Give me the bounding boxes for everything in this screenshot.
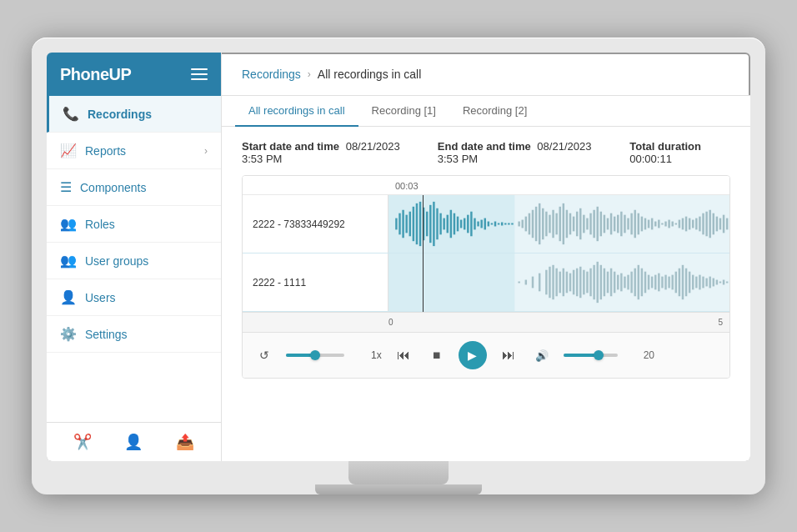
svg-rect-151	[709, 277, 710, 289]
svg-rect-21	[464, 218, 465, 230]
svg-rect-122	[610, 269, 612, 297]
svg-rect-57	[589, 213, 591, 235]
tab-all-recordings[interactable]: All recordings in call	[235, 96, 358, 127]
tracks-area: 2222 - 73833449292	[243, 195, 729, 312]
svg-rect-127	[627, 275, 629, 290]
svg-rect-123	[614, 272, 615, 294]
sidebar-nav: 📞 Recordings 📈 Reports ›	[47, 96, 221, 422]
forward-button[interactable]: ⏭	[497, 344, 520, 367]
svg-rect-95	[719, 218, 721, 230]
track-row-2: 2222 - 1111	[243, 253, 729, 312]
svg-rect-27	[484, 218, 486, 230]
svg-rect-55	[583, 215, 584, 233]
hamburger-icon[interactable]	[191, 68, 208, 80]
svg-rect-93	[713, 213, 714, 235]
svg-rect-100	[525, 280, 527, 285]
svg-rect-66	[620, 212, 622, 237]
svg-rect-69	[630, 213, 632, 235]
svg-rect-38	[525, 217, 527, 232]
svg-rect-31	[498, 223, 499, 225]
logout-icon[interactable]: 📤	[176, 433, 194, 451]
end-date-meta: End date and time 08/21/2023 3:53 PM	[438, 140, 604, 165]
sidebar-label-components: Components	[80, 181, 146, 194]
svg-rect-142	[679, 269, 680, 297]
main-content: Recordings › All recordings in call All …	[222, 53, 750, 461]
settings-icon: ⚙️	[60, 326, 77, 342]
svg-rect-107	[559, 272, 561, 294]
svg-rect-43	[542, 208, 544, 239]
svg-rect-110	[569, 274, 571, 292]
svg-rect-113	[579, 267, 581, 298]
svg-rect-101	[532, 277, 534, 289]
reports-icon: 📈	[60, 143, 77, 158]
playhead	[423, 195, 424, 312]
svg-rect-125	[620, 274, 622, 292]
monitor-screen: PhoneUP 📞 Recordings	[47, 53, 750, 461]
volume-button[interactable]: 🔊	[530, 344, 554, 367]
app-logo: PhoneUP	[60, 65, 131, 84]
svg-rect-144	[685, 269, 687, 297]
sidebar-item-roles[interactable]: 👥 Roles	[47, 206, 221, 243]
svg-rect-156	[726, 282, 728, 284]
stop-button[interactable]: ⏹	[425, 344, 449, 367]
tab-recording-1[interactable]: Recording [1]	[358, 96, 449, 127]
sidebar-item-reports[interactable]: 📈 Reports ›	[47, 133, 221, 169]
svg-rect-135	[654, 275, 656, 290]
svg-rect-150	[705, 279, 707, 287]
svg-rect-152	[713, 279, 714, 287]
svg-rect-75	[651, 218, 653, 230]
speed-slider[interactable]	[286, 354, 344, 357]
profile-icon[interactable]: 👤	[124, 433, 143, 451]
svg-rect-134	[651, 277, 653, 289]
svg-rect-139	[668, 277, 669, 289]
svg-rect-94	[716, 217, 718, 232]
duration-meta: Total duration 00:00:11	[629, 140, 730, 165]
sidebar-item-usergroups[interactable]: 👥 User groups	[47, 243, 221, 279]
track-waveform-2[interactable]	[388, 253, 729, 311]
svg-rect-132	[644, 272, 646, 294]
svg-rect-145	[689, 272, 690, 294]
sidebar-item-components[interactable]: ☰ Components	[47, 169, 221, 206]
svg-rect-82	[675, 223, 677, 225]
svg-rect-37	[522, 220, 524, 228]
sidebar-item-users[interactable]: 👤 Users	[47, 279, 221, 316]
play-button[interactable]: ▶	[459, 341, 487, 369]
svg-rect-29	[491, 223, 493, 225]
svg-rect-17	[450, 210, 452, 238]
speed-slider-wrap	[286, 354, 361, 357]
sidebar-bottom: ✂️ 👤 📤	[47, 422, 221, 461]
chevron-right-icon: ›	[204, 145, 208, 157]
svg-rect-35	[511, 223, 513, 225]
svg-rect-143	[682, 265, 684, 299]
svg-rect-62	[607, 218, 609, 230]
timeline-start: 0	[388, 318, 393, 327]
svg-rect-28	[488, 222, 489, 227]
svg-rect-92	[709, 210, 710, 238]
speed-reset-button[interactable]: ↺	[253, 344, 276, 367]
monitor-wrapper: PhoneUP 📞 Recordings	[32, 38, 765, 494]
svg-rect-106	[555, 269, 557, 297]
tools-icon[interactable]: ✂️	[73, 433, 92, 451]
tab-recording-2[interactable]: Recording [2]	[449, 96, 540, 127]
svg-rect-77	[658, 220, 659, 228]
svg-rect-47	[555, 213, 557, 235]
sidebar-item-settings[interactable]: ⚙️ Settings	[47, 316, 221, 353]
track-label-2: 2222 - 1111	[243, 253, 388, 311]
app-layout: PhoneUP 📞 Recordings	[47, 53, 750, 461]
sidebar-item-recordings[interactable]: 📞 Recordings	[47, 96, 221, 133]
svg-rect-16	[447, 215, 449, 233]
rewind-button[interactable]: ⏮	[392, 344, 415, 367]
svg-rect-108	[563, 269, 564, 297]
breadcrumb-parent[interactable]: Recordings	[242, 68, 301, 81]
volume-slider[interactable]	[564, 354, 618, 357]
track-waveform-1[interactable]	[388, 195, 729, 253]
svg-rect-49	[563, 203, 564, 244]
svg-rect-102	[539, 274, 540, 292]
svg-rect-79	[664, 222, 666, 227]
svg-rect-78	[661, 223, 663, 225]
breadcrumb-current: All recordings in call	[318, 68, 422, 81]
svg-rect-58	[593, 210, 594, 238]
components-icon: ☰	[60, 179, 72, 195]
svg-rect-51	[569, 213, 571, 235]
svg-rect-115	[586, 272, 588, 294]
